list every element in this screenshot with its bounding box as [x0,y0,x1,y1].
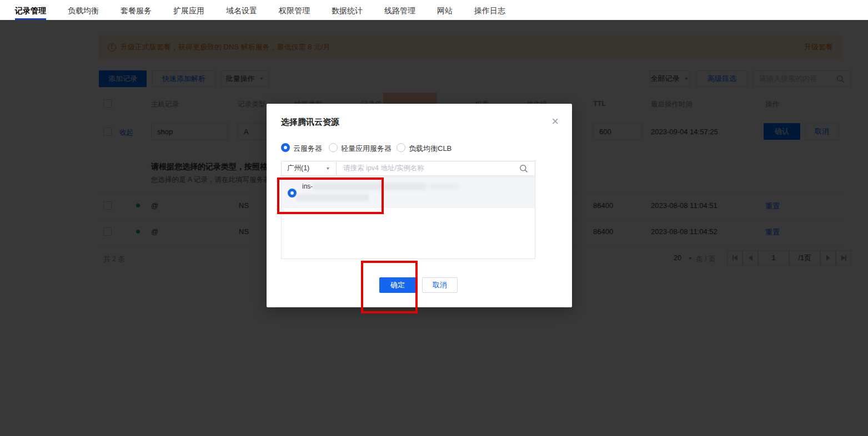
annotation-box-instance-item [277,178,384,214]
nav-tab-extensions[interactable]: 扩展应用 [173,7,204,20]
region-value: 广州(1) [287,164,309,173]
radio-clb-label[interactable]: 负载均衡CLB [409,144,451,154]
nav-tab-statistics[interactable]: 数据统计 [332,7,363,20]
redacted-instance-name [427,183,459,190]
modal-cancel-button[interactable]: 取消 [422,277,458,293]
top-navigation: 记录管理 负载均衡 套餐服务 扩展应用 域名设置 权限管理 数据统计 线路管理 … [0,0,868,20]
nav-tab-website[interactable]: 网站 [437,7,453,20]
instance-search-input[interactable]: 请搜索 ipv4 地址/实例名称 [337,164,535,173]
region-select[interactable]: 广州(1) ▼ [282,161,337,175]
nav-tab-permissions[interactable]: 权限管理 [279,7,310,20]
nav-tab-lines[interactable]: 线路管理 [384,7,415,20]
nav-tab-plans[interactable]: 套餐服务 [121,7,152,20]
search-icon[interactable] [519,164,528,173]
instance-search-placeholder: 请搜索 ipv4 地址/实例名称 [343,164,424,173]
nav-tab-records[interactable]: 记录管理 [15,7,46,20]
annotation-box-confirm-button [361,261,418,313]
radio-cvm-label[interactable]: 云服务器 [293,144,322,154]
chevron-down-icon: ▼ [325,166,330,171]
nav-tab-logs[interactable]: 操作日志 [474,7,505,20]
region-and-search-bar: 广州(1) ▼ 请搜索 ipv4 地址/实例名称 [281,161,535,176]
dns-record-management-page: 记录管理 负载均衡 套餐服务 扩展应用 域名设置 权限管理 数据统计 线路管理 … [0,0,868,436]
radio-clb[interactable] [397,143,405,152]
close-icon[interactable]: × [551,116,559,127]
radio-lighthouse[interactable] [329,143,338,152]
nav-tab-load-balance[interactable]: 负载均衡 [68,7,99,20]
radio-lighthouse-label[interactable]: 轻量应用服务器 [341,144,392,154]
modal-title: 选择腾讯云资源 [281,117,339,128]
radio-cvm[interactable] [281,143,290,152]
nav-tab-domain-settings[interactable]: 域名设置 [226,7,257,20]
